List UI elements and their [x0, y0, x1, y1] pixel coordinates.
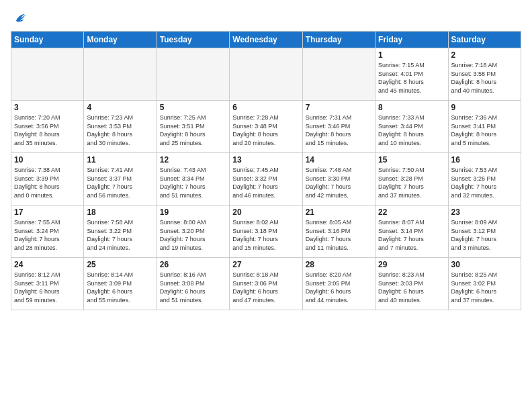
day-number: 22 [378, 208, 445, 217]
day-number: 21 [306, 208, 372, 217]
calendar-cell: 24Sunrise: 8:12 AM Sunset: 3:11 PM Dayli… [11, 258, 84, 310]
day-info: Sunrise: 8:14 AM Sunset: 3:09 PM Dayligh… [87, 271, 153, 304]
day-info: Sunrise: 8:25 AM Sunset: 3:02 PM Dayligh… [451, 271, 518, 304]
day-info: Sunrise: 7:31 AM Sunset: 3:46 PM Dayligh… [306, 113, 372, 147]
day-info: Sunrise: 7:45 AM Sunset: 3:32 PM Dayligh… [232, 166, 299, 199]
day-info: Sunrise: 7:28 AM Sunset: 3:48 PM Dayligh… [232, 113, 299, 147]
day-info: Sunrise: 8:02 AM Sunset: 3:18 PM Dayligh… [232, 218, 299, 252]
calendar-cell: 12Sunrise: 7:43 AM Sunset: 3:34 PM Dayli… [157, 153, 229, 205]
calendar-cell: 2Sunrise: 7:18 AM Sunset: 3:58 PM Daylig… [448, 48, 521, 101]
day-info: Sunrise: 7:48 AM Sunset: 3:30 PM Dayligh… [306, 166, 372, 199]
page: SundayMondayTuesdayWednesdayThursdayFrid… [0, 0, 532, 411]
day-info: Sunrise: 8:16 AM Sunset: 3:08 PM Dayligh… [160, 271, 226, 304]
day-number: 26 [160, 260, 226, 269]
calendar-week-4: 17Sunrise: 7:55 AM Sunset: 3:24 PM Dayli… [11, 205, 521, 258]
day-info: Sunrise: 7:33 AM Sunset: 3:44 PM Dayligh… [378, 113, 445, 147]
calendar-week-1: 1Sunrise: 7:15 AM Sunset: 4:01 PM Daylig… [11, 48, 521, 101]
weekday-header-wednesday: Wednesday [230, 32, 302, 48]
day-number: 7 [306, 103, 372, 112]
logo [11, 11, 27, 26]
day-number: 28 [306, 260, 372, 269]
calendar-cell [84, 48, 157, 101]
calendar-cell: 18Sunrise: 7:58 AM Sunset: 3:22 PM Dayli… [84, 205, 157, 258]
calendar-cell: 3Sunrise: 7:20 AM Sunset: 3:56 PM Daylig… [11, 101, 84, 153]
day-number: 2 [451, 50, 518, 60]
calendar-cell: 20Sunrise: 8:02 AM Sunset: 3:18 PM Dayli… [230, 205, 302, 258]
day-info: Sunrise: 7:15 AM Sunset: 4:01 PM Dayligh… [378, 61, 445, 95]
day-number: 27 [232, 260, 299, 269]
calendar-cell: 28Sunrise: 8:20 AM Sunset: 3:05 PM Dayli… [302, 258, 375, 310]
day-number: 15 [378, 155, 445, 165]
calendar-cell: 22Sunrise: 8:07 AM Sunset: 3:14 PM Dayli… [375, 205, 448, 258]
day-number: 13 [232, 155, 299, 165]
calendar-cell: 13Sunrise: 7:45 AM Sunset: 3:32 PM Dayli… [230, 153, 302, 205]
calendar-cell: 6Sunrise: 7:28 AM Sunset: 3:48 PM Daylig… [230, 101, 302, 153]
calendar-cell [157, 48, 229, 101]
calendar: SundayMondayTuesdayWednesdayThursdayFrid… [11, 31, 521, 310]
header [11, 8, 521, 26]
day-number: 30 [451, 260, 518, 269]
day-number: 3 [14, 103, 81, 112]
calendar-cell: 14Sunrise: 7:48 AM Sunset: 3:30 PM Dayli… [302, 153, 375, 205]
day-info: Sunrise: 8:12 AM Sunset: 3:11 PM Dayligh… [14, 271, 81, 304]
calendar-cell: 5Sunrise: 7:25 AM Sunset: 3:51 PM Daylig… [157, 101, 229, 153]
day-number: 18 [87, 208, 153, 217]
calendar-cell: 19Sunrise: 8:00 AM Sunset: 3:20 PM Dayli… [157, 205, 229, 258]
day-info: Sunrise: 8:05 AM Sunset: 3:16 PM Dayligh… [306, 218, 372, 252]
day-number: 6 [232, 103, 299, 112]
day-info: Sunrise: 7:38 AM Sunset: 3:39 PM Dayligh… [14, 166, 81, 199]
calendar-week-5: 24Sunrise: 8:12 AM Sunset: 3:11 PM Dayli… [11, 258, 521, 310]
day-info: Sunrise: 7:55 AM Sunset: 3:24 PM Dayligh… [14, 218, 81, 252]
day-info: Sunrise: 7:25 AM Sunset: 3:51 PM Dayligh… [160, 113, 226, 147]
day-number: 12 [160, 155, 226, 165]
day-number: 8 [378, 103, 445, 112]
calendar-cell: 29Sunrise: 8:23 AM Sunset: 3:03 PM Dayli… [375, 258, 448, 310]
calendar-cell: 9Sunrise: 7:36 AM Sunset: 3:41 PM Daylig… [448, 101, 521, 153]
calendar-cell: 16Sunrise: 7:53 AM Sunset: 3:26 PM Dayli… [448, 153, 521, 205]
day-number: 19 [160, 208, 226, 217]
day-info: Sunrise: 7:58 AM Sunset: 3:22 PM Dayligh… [87, 218, 153, 252]
day-info: Sunrise: 8:00 AM Sunset: 3:20 PM Dayligh… [160, 218, 226, 252]
day-number: 14 [306, 155, 372, 165]
day-info: Sunrise: 7:23 AM Sunset: 3:53 PM Dayligh… [87, 113, 153, 147]
weekday-header-thursday: Thursday [302, 32, 375, 48]
day-info: Sunrise: 7:20 AM Sunset: 3:56 PM Dayligh… [14, 113, 81, 147]
calendar-cell: 27Sunrise: 8:18 AM Sunset: 3:06 PM Dayli… [230, 258, 302, 310]
calendar-cell [302, 48, 375, 101]
calendar-cell: 10Sunrise: 7:38 AM Sunset: 3:39 PM Dayli… [11, 153, 84, 205]
weekday-header-tuesday: Tuesday [157, 32, 229, 48]
day-number: 16 [451, 155, 518, 165]
calendar-cell: 15Sunrise: 7:50 AM Sunset: 3:28 PM Dayli… [375, 153, 448, 205]
weekday-header-friday: Friday [375, 32, 448, 48]
day-number: 4 [87, 103, 153, 112]
calendar-cell: 26Sunrise: 8:16 AM Sunset: 3:08 PM Dayli… [157, 258, 229, 310]
day-number: 24 [14, 260, 81, 269]
day-info: Sunrise: 7:18 AM Sunset: 3:58 PM Dayligh… [451, 61, 518, 95]
calendar-cell: 25Sunrise: 8:14 AM Sunset: 3:09 PM Dayli… [84, 258, 157, 310]
day-info: Sunrise: 7:41 AM Sunset: 3:37 PM Dayligh… [87, 166, 153, 199]
day-info: Sunrise: 7:43 AM Sunset: 3:34 PM Dayligh… [160, 166, 226, 199]
calendar-cell: 30Sunrise: 8:25 AM Sunset: 3:02 PM Dayli… [448, 258, 521, 310]
day-info: Sunrise: 8:23 AM Sunset: 3:03 PM Dayligh… [378, 271, 445, 304]
day-info: Sunrise: 8:18 AM Sunset: 3:06 PM Dayligh… [232, 271, 299, 304]
day-info: Sunrise: 7:53 AM Sunset: 3:26 PM Dayligh… [451, 166, 518, 199]
calendar-week-2: 3Sunrise: 7:20 AM Sunset: 3:56 PM Daylig… [11, 101, 521, 153]
day-number: 20 [232, 208, 299, 217]
calendar-cell: 4Sunrise: 7:23 AM Sunset: 3:53 PM Daylig… [84, 101, 157, 153]
day-info: Sunrise: 8:07 AM Sunset: 3:14 PM Dayligh… [378, 218, 445, 252]
day-info: Sunrise: 7:36 AM Sunset: 3:41 PM Dayligh… [451, 113, 518, 147]
day-number: 5 [160, 103, 226, 112]
day-number: 11 [87, 155, 153, 165]
calendar-week-3: 10Sunrise: 7:38 AM Sunset: 3:39 PM Dayli… [11, 153, 521, 205]
weekday-header-saturday: Saturday [448, 32, 521, 48]
day-info: Sunrise: 8:09 AM Sunset: 3:12 PM Dayligh… [451, 218, 518, 252]
logo-bird-icon [12, 11, 27, 26]
calendar-cell: 7Sunrise: 7:31 AM Sunset: 3:46 PM Daylig… [302, 101, 375, 153]
calendar-cell: 8Sunrise: 7:33 AM Sunset: 3:44 PM Daylig… [375, 101, 448, 153]
day-number: 1 [378, 50, 445, 60]
calendar-cell [230, 48, 302, 101]
day-info: Sunrise: 8:20 AM Sunset: 3:05 PM Dayligh… [306, 271, 372, 304]
day-info: Sunrise: 7:50 AM Sunset: 3:28 PM Dayligh… [378, 166, 445, 199]
day-number: 25 [87, 260, 153, 269]
day-number: 17 [14, 208, 81, 217]
